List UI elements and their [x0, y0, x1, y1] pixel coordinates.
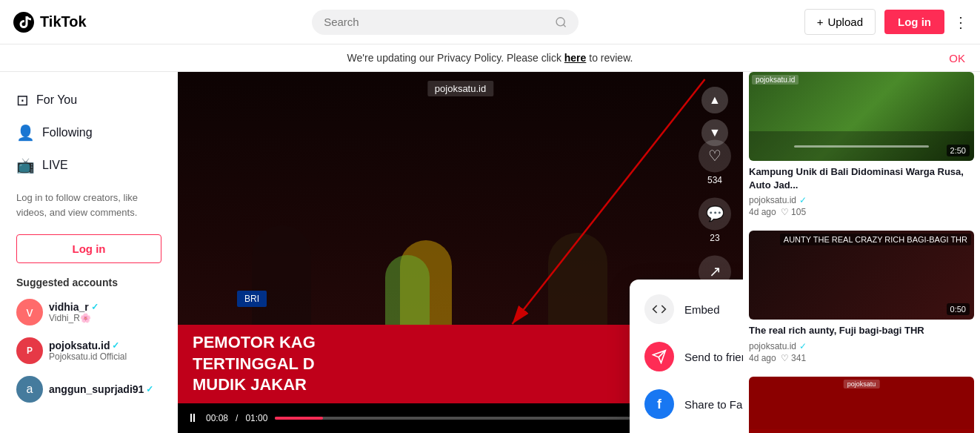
send-icon — [644, 342, 674, 371]
send-label: Send to friends — [684, 351, 743, 363]
display-vidhia: Vidhi_R🌸 — [49, 313, 161, 323]
video-thumb-1: pojoksatu.id 2:50 — [749, 72, 974, 161]
video-info-2: The real rich aunty, Fuji bagi-bagi THR … — [749, 320, 974, 367]
channel-overlay-3: pojoksatu — [844, 380, 880, 389]
search-bar[interactable] — [312, 10, 579, 35]
upload-button[interactable]: + Upload — [804, 9, 876, 35]
like-icon: ♡ — [699, 139, 731, 172]
time-current: 00:08 — [206, 413, 228, 423]
username-pojoksatu: pojoksatu.id ✓ — [49, 340, 161, 351]
more-options-icon[interactable]: ⋮ — [953, 13, 968, 31]
share-popup: Embed Send to friends f Share to Faceboo… — [630, 280, 743, 433]
nav-following-label: Following — [42, 126, 93, 139]
display-pojoksatu: Pojoksatu.id Official — [49, 351, 161, 362]
sidebar-login-button[interactable]: Log in — [16, 234, 161, 263]
avatar-anggun: a — [16, 376, 43, 403]
facebook-option[interactable]: f Share to Facebook — [630, 380, 743, 428]
video-title-2: The real rich aunty, Fuji bagi-bagi THR — [749, 324, 974, 337]
facebook-icon: f — [644, 389, 674, 419]
nav-following[interactable]: 👤 Following — [6, 116, 172, 149]
comment-count: 23 — [710, 233, 719, 243]
nav-for-you-label: For You — [36, 93, 77, 107]
account-info-pojoksatu: pojoksatu.id ✓ Pojoksatu.id Official — [49, 340, 161, 362]
video-thumb-3: pojoksatu KUCING NAIK KE PUNDAK IMAM KET… — [749, 377, 974, 433]
video-nav-arrows: ▲ ▼ — [701, 87, 728, 146]
upload-label: Upload — [827, 16, 863, 28]
plus-icon: + — [817, 16, 824, 28]
comment-icon: 💬 — [699, 197, 731, 230]
verified-badge-3: ✓ — [146, 384, 153, 394]
channel-overlay-1: pojoksatu.id — [752, 75, 799, 85]
login-prompt-text: Log in to follow creators, like videos, … — [6, 182, 172, 228]
video-title-1: Kampung Unik di Bali Didominasi Warga Ru… — [749, 165, 974, 192]
svg-line-1 — [563, 24, 565, 27]
video-action-buttons: ♡ 534 💬 23 ↗ 18 — [699, 139, 731, 301]
privacy-text-end: to review. — [589, 52, 633, 64]
for-you-icon: ⊡ — [16, 91, 29, 109]
embed-icon — [644, 294, 674, 324]
account-info-vidhia: vidhia_r ✓ Vidhi_R🌸 — [49, 301, 161, 323]
privacy-text: We're updating our Privacy Policy. Pleas… — [347, 52, 564, 64]
facebook-label: Share to Facebook — [684, 398, 743, 411]
channel-badge: pojoksatu.id — [427, 81, 493, 96]
whatsapp-option[interactable]: Share to WhatsApp — [630, 428, 743, 433]
video-info-1: Kampung Unik di Bali Didominasi Warga Ru… — [749, 161, 974, 222]
header: TikTok + Upload Log in ⋮ — [0, 0, 980, 44]
main-layout: ⊡ For You 👤 Following 📺 LIVE Log in to f… — [0, 72, 980, 433]
verified-2: ✓ — [799, 341, 807, 351]
video-meta-2: pojoksatu.id ✓ — [749, 341, 974, 351]
video-stats-2: 4d ago ♡ 341 — [749, 353, 974, 363]
scroll-up-button[interactable]: ▲ — [701, 87, 728, 113]
like-count: 534 — [707, 175, 722, 185]
suggested-account-1[interactable]: v vidhia_r ✓ Vidhi_R🌸 — [6, 293, 172, 331]
username-vidhia: vidhia_r ✓ — [49, 301, 161, 313]
duration-1: 2:50 — [947, 145, 970, 156]
time-separator: / — [236, 413, 238, 423]
embed-option[interactable]: Embed — [630, 285, 743, 333]
nav-live[interactable]: 📺 LIVE — [6, 149, 172, 182]
recommended-video-3[interactable]: pojoksatu KUCING NAIK KE PUNDAK IMAM KET… — [749, 377, 974, 433]
like-button[interactable]: ♡ 534 — [699, 139, 731, 185]
embed-label: Embed — [684, 303, 720, 316]
comment-button[interactable]: 💬 23 — [699, 197, 731, 243]
nav-live-label: LIVE — [42, 159, 68, 172]
username-anggun: anggun_suprjadi91 ✓ — [49, 383, 161, 395]
privacy-link[interactable]: here — [564, 52, 587, 64]
privacy-ok-button[interactable]: OK — [949, 52, 965, 65]
following-icon: 👤 — [16, 124, 35, 142]
avatar-vidhia: v — [16, 299, 43, 325]
avatar-pojoksatu: P — [16, 337, 43, 364]
right-panel: pojoksatu.id 2:50 Kampung Unik di Bali D… — [743, 72, 980, 433]
svg-point-0 — [556, 17, 564, 25]
time-total: 01:00 — [245, 413, 267, 423]
send-friends-option[interactable]: Send to friends — [630, 333, 743, 380]
video-thumb-2: AUNTY THE REAL CRAZY RICH BAGI-BAGI THR … — [749, 231, 974, 320]
suggested-account-3[interactable]: a anggun_suprjadi91 ✓ — [6, 370, 172, 409]
video-player-area[interactable]: BRI pojoksatu.id ▲ ▼ PEMOTOR KAG TERTING… — [178, 72, 743, 433]
progress-bar[interactable] — [275, 417, 641, 420]
suggested-accounts-title: Suggested accounts — [6, 269, 172, 293]
header-logo-area: TikTok — [12, 10, 87, 34]
search-input[interactable] — [324, 16, 548, 28]
video-stats-1: 4d ago ♡ 105 — [749, 207, 974, 217]
video-meta-1: pojoksatu.id ✓ — [749, 195, 974, 205]
recommended-video-1[interactable]: pojoksatu.id 2:50 Kampung Unik di Bali D… — [749, 72, 974, 222]
login-button[interactable]: Log in — [884, 10, 944, 34]
verified-badge-1: ✓ — [91, 302, 99, 312]
verified-1: ✓ — [799, 195, 807, 205]
play-pause-button[interactable]: ⏸ — [187, 411, 199, 425]
search-icon — [555, 16, 567, 29]
duration-2: 0:50 — [947, 303, 970, 315]
live-icon: 📺 — [16, 156, 35, 174]
tiktok-logo-icon — [12, 10, 36, 34]
recommended-video-2[interactable]: AUNTY THE REAL CRAZY RICH BAGI-BAGI THR … — [749, 231, 974, 367]
header-actions: + Upload Log in ⋮ — [804, 9, 968, 35]
progress-fill — [275, 417, 322, 420]
nav-for-you[interactable]: ⊡ For You — [6, 84, 172, 116]
privacy-banner: We're updating our Privacy Policy. Pleas… — [0, 44, 980, 72]
verified-badge-2: ✓ — [112, 340, 119, 351]
account-info-anggun: anggun_suprjadi91 ✓ — [49, 383, 161, 395]
suggested-account-2[interactable]: P pojoksatu.id ✓ Pojoksatu.id Official — [6, 331, 172, 370]
sidebar: ⊡ For You 👤 Following 📺 LIVE Log in to f… — [0, 72, 178, 433]
logo-text: TikTok — [40, 13, 87, 30]
